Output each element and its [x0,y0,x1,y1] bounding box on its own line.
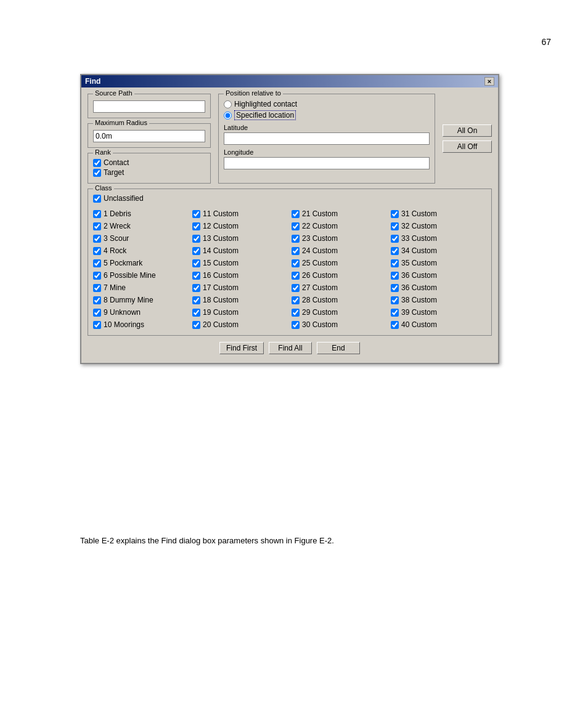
class-22-checkbox[interactable] [292,222,300,230]
all-off-button[interactable]: All Off [443,140,492,153]
end-button[interactable]: End [317,342,360,354]
class-5-checkbox[interactable] [93,259,101,267]
class-21-checkbox[interactable] [292,210,300,218]
class-17-checkbox[interactable] [192,284,200,292]
class-8-label: 8 Dummy Mine [104,296,153,304]
class-item: 15 Custom [192,259,288,267]
class-36a-checkbox[interactable] [391,272,399,280]
class-34-checkbox[interactable] [391,247,399,255]
find-first-button[interactable]: Find First [219,342,264,354]
class-item: 21 Custom [292,209,387,218]
class-item: 30 Custom [292,320,387,329]
unclassified-checkbox[interactable] [93,195,101,203]
class-38-label: 38 Custom [401,296,437,304]
rank-group: Rank Contact Target [88,153,211,184]
dialog-title: Find [85,77,100,86]
class-2-checkbox[interactable] [93,222,101,230]
highlighted-contact-label: Highlighted contact [234,100,297,108]
class-19-checkbox[interactable] [192,309,200,317]
class-item: 10 Moorings [93,320,189,329]
class-32-checkbox[interactable] [391,222,399,230]
class-7-checkbox[interactable] [93,284,101,292]
class-27-checkbox[interactable] [292,284,300,292]
class-13-checkbox[interactable] [192,235,200,243]
class-24-label: 24 Custom [302,246,338,255]
class-item: 36 Custom [391,271,486,280]
rank-contact-row: Contact [93,158,205,167]
all-on-button[interactable]: All On [443,124,492,137]
class-item: 39 Custom [391,308,486,317]
class-12-checkbox[interactable] [192,222,200,230]
rank-target-checkbox[interactable] [93,169,101,177]
specified-location-radio[interactable] [224,112,232,120]
class-title: Class [93,184,114,192]
rank-contact-label: Contact [104,158,129,167]
class-29-checkbox[interactable] [292,309,300,317]
class-14-checkbox[interactable] [192,247,200,255]
class-10-label: 10 Moorings [104,320,144,329]
class-item: 40 Custom [391,320,486,329]
latitude-input[interactable] [224,132,430,145]
specified-location-row: Specified location [224,110,430,120]
class-32-label: 32 Custom [401,222,437,230]
close-button[interactable]: × [484,77,494,86]
class-item: 14 Custom [192,246,288,255]
class-30-checkbox[interactable] [292,321,300,329]
class-3-label: 3 Scour [104,234,129,243]
class-39-checkbox[interactable] [391,309,399,317]
class-10-checkbox[interactable] [93,321,101,329]
class-33-checkbox[interactable] [391,235,399,243]
class-26-checkbox[interactable] [292,272,300,280]
class-25-checkbox[interactable] [292,259,300,267]
class-1-checkbox[interactable] [93,210,101,218]
class-item: 25 Custom [292,259,387,267]
class-item: 13 Custom [192,234,288,243]
class-24-checkbox[interactable] [292,247,300,255]
class-16-checkbox[interactable] [192,272,200,280]
class-40-label: 40 Custom [401,320,437,329]
class-8-checkbox[interactable] [93,296,101,304]
class-28-checkbox[interactable] [292,296,300,304]
class-item: 9 Unknown [93,308,189,317]
class-item: 6 Possible Mine [93,271,189,280]
highlighted-contact-radio[interactable] [224,100,232,108]
rank-target-row: Target [93,168,205,177]
class-9-checkbox[interactable] [93,309,101,317]
class-item: 7 Mine [93,283,189,292]
class-36b-checkbox[interactable] [391,284,399,292]
class-col-2: 11 Custom 12 Custom 13 Custom 14 Cu [192,208,288,330]
class-6-checkbox[interactable] [93,272,101,280]
class-23-checkbox[interactable] [292,235,300,243]
class-item: 36 Custom [391,283,486,292]
maximum-radius-input[interactable] [93,130,205,142]
class-40-checkbox[interactable] [391,321,399,329]
class-18-label: 18 Custom [203,296,239,304]
class-item: 8 Dummy Mine [93,296,189,304]
class-item: 2 Wreck [93,222,189,230]
longitude-input[interactable] [224,157,430,169]
class-4-checkbox[interactable] [93,247,101,255]
class-38-checkbox[interactable] [391,296,399,304]
class-item: 29 Custom [292,308,387,317]
class-35-checkbox[interactable] [391,259,399,267]
class-18-checkbox[interactable] [192,296,200,304]
position-group: Position relative to Highlighted contact… [218,94,435,184]
class-20-checkbox[interactable] [192,321,200,329]
source-path-input[interactable] [93,100,205,113]
class-item: 5 Pockmark [93,259,189,267]
class-col-4: 31 Custom 32 Custom 33 Custom 34 Cu [391,208,486,330]
rank-contact-checkbox[interactable] [93,159,101,167]
class-item: 18 Custom [192,296,288,304]
class-15-checkbox[interactable] [192,259,200,267]
find-all-button[interactable]: Find All [269,342,312,354]
bottom-buttons: Find First Find All End [88,342,492,357]
class-11-checkbox[interactable] [192,210,200,218]
class-29-label: 29 Custom [302,308,338,317]
class-21-label: 21 Custom [302,209,338,218]
class-item: 1 Debris [93,209,189,218]
class-3-checkbox[interactable] [93,235,101,243]
source-path-group: Source Path [88,94,211,118]
class-31-checkbox[interactable] [391,210,399,218]
dialog-container: Find × Source Path Maximum Radius [80,74,499,364]
class-col-3: 21 Custom 22 Custom 23 Custom 24 Cu [292,208,387,330]
